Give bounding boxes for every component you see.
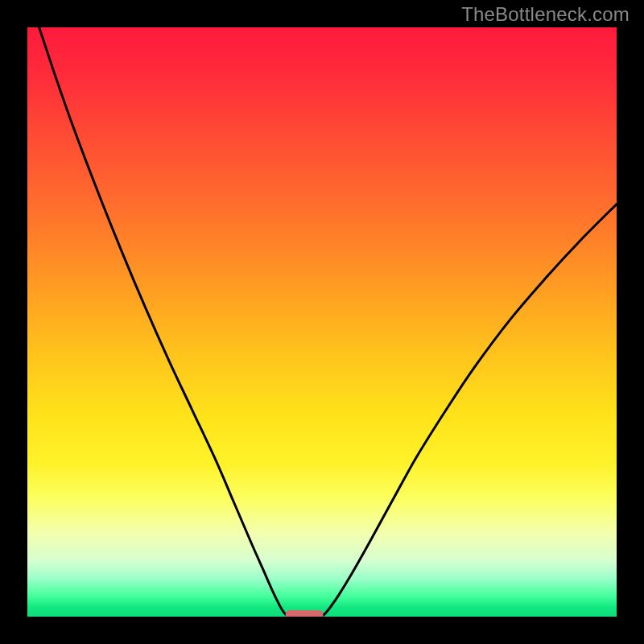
watermark-text: TheBottleneck.com <box>461 3 630 26</box>
chart-frame: TheBottleneck.com <box>0 0 644 644</box>
minimum-marker <box>286 610 324 617</box>
plot-area <box>27 27 617 617</box>
gradient-background <box>27 27 617 617</box>
bottleneck-curve-chart <box>27 27 617 617</box>
